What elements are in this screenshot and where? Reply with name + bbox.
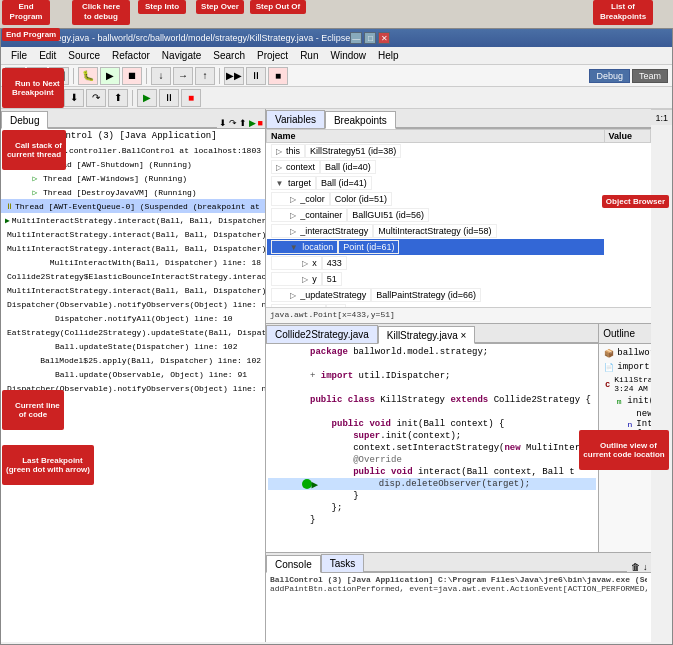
debug-button[interactable]: 🐛	[78, 67, 98, 85]
frame-12[interactable]: Ball.update(Observable, Object) line: 91	[1, 367, 265, 381]
step-over-btn-2[interactable]: ↷	[86, 89, 106, 107]
step-return-btn[interactable]: ⬆	[108, 89, 128, 107]
minimize-button[interactable]: —	[350, 32, 362, 44]
frame-3[interactable]: MultiInteractStrategy.interact(Ball, Bal…	[1, 241, 265, 255]
code-line-2	[268, 358, 596, 370]
toolbar-separator-1	[73, 68, 74, 84]
frame-label-8: Dispatcher.notifyAll(Object) line: 10	[55, 314, 233, 323]
frame-label-11: BallModel$25.apply(Ball, Dispatcher) lin…	[40, 356, 261, 365]
outline-tab-label[interactable]: Outline	[603, 328, 635, 339]
var-row-y[interactable]: ▷ y 51	[267, 271, 605, 287]
frame-1[interactable]: ▶ MultiInteractStrategy.interact(Ball, B…	[1, 213, 265, 227]
var-row-this[interactable]: ▷ this KillStrategy51 (id=38)	[267, 143, 605, 159]
tab-killstrategy[interactable]: KillStrategy.java ×	[378, 326, 476, 344]
code-line-9: context.setInteractStrategy(new MultiInt…	[268, 442, 596, 454]
debug-toolbar-icon-4[interactable]: ▶	[249, 118, 256, 128]
console-line-1: addPaintBtn.actionPerformed, event=java.…	[270, 584, 647, 593]
menu-file[interactable]: File	[5, 47, 33, 64]
menu-help[interactable]: Help	[372, 47, 405, 64]
debug-toolbar-icon-2[interactable]: ↷	[229, 118, 237, 128]
frame-label-3: MultiInteractStrategy.interact(Ball, Bal…	[7, 244, 265, 253]
expand-x: ▷	[300, 259, 308, 268]
thread-label-2: Thread [AWT-Windows] (Running)	[43, 174, 187, 183]
stop-button[interactable]: ⏹	[122, 67, 142, 85]
resume-button[interactable]: ▶▶	[224, 67, 244, 85]
suspend-button[interactable]: ⏸	[246, 67, 266, 85]
code-line-8: super.init(context);	[268, 430, 596, 442]
frame-6[interactable]: MultiInteractStrategy.interact(Ball, Bal…	[1, 283, 265, 297]
toolbar-separator-2	[146, 68, 147, 84]
var-row-container[interactable]: ▷ _container BallGUI51 (id=56)	[267, 207, 605, 223]
suspend-btn-2[interactable]: ⏸	[159, 89, 179, 107]
debug-toolbar-icon-3[interactable]: ⬆	[239, 118, 247, 128]
outline-class[interactable]: C KillStrategy #3 9/27/10 3:24 AM swong	[601, 374, 651, 394]
frame-4[interactable]: MultiInteractWith(Ball, Dispatcher) line…	[1, 255, 265, 269]
menu-navigate[interactable]: Navigate	[156, 47, 207, 64]
var-row-color[interactable]: ▷ _color Color (id=51)	[267, 191, 605, 207]
perspective-debug-btn[interactable]: Debug	[589, 69, 630, 83]
tab-variables[interactable]: Variables	[266, 110, 325, 128]
var-row-context[interactable]: ▷ context Ball (id=40)	[267, 159, 605, 175]
run-button[interactable]: ▶	[100, 67, 120, 85]
tab-console[interactable]: Console	[266, 555, 321, 573]
step-into-btn-2[interactable]: ⬇	[64, 89, 84, 107]
close-button[interactable]: ✕	[378, 32, 390, 44]
resume-btn-2[interactable]: ▶	[137, 89, 157, 107]
frame-icon-12	[41, 368, 53, 380]
menu-window[interactable]: Window	[324, 47, 372, 64]
frame-5[interactable]: Collide2Strategy$ElasticBounceInteractSt…	[1, 269, 265, 283]
frame-2[interactable]: MultiInteractStrategy.interact(Ball, Bal…	[1, 227, 265, 241]
frame-9[interactable]: EatStrategy(Collide2Strategy).updateStat…	[1, 325, 265, 339]
menu-search[interactable]: Search	[207, 47, 251, 64]
code-editor[interactable]: package ballworld.model.strategy;	[266, 344, 598, 552]
imports-icon: 📄	[603, 361, 615, 373]
frame-8[interactable]: Dispatcher.notifyAll(Object) line: 10	[1, 311, 265, 325]
code-line-15: }	[268, 514, 596, 526]
maximize-button[interactable]: □	[364, 32, 376, 44]
frame-label-6: MultiInteractStrategy.interact(Ball, Bal…	[7, 286, 265, 295]
terminate-btn-2[interactable]: ■	[181, 89, 201, 107]
expand-color: ▷	[288, 195, 296, 204]
menu-run[interactable]: Run	[294, 47, 324, 64]
tab-breakpoints[interactable]: Breakpoints	[325, 111, 396, 129]
var-row-target[interactable]: ▼ target Ball (id=41)	[267, 175, 605, 191]
expand-location: ▼	[288, 243, 298, 252]
outline-imports[interactable]: 📄 import declarations	[601, 360, 651, 374]
var-row-x[interactable]: ▷ x 433	[267, 255, 605, 271]
frame-7[interactable]: Dispatcher(Observable).notifyObservers(O…	[1, 297, 265, 311]
frame-label-2: MultiInteractStrategy.interact(Ball, Bal…	[7, 230, 265, 239]
tab-debug[interactable]: Debug	[1, 111, 48, 129]
var-row-update[interactable]: ▷ _updateStrategy BallPaintStrategy (id=…	[267, 287, 605, 303]
menu-project[interactable]: Project	[251, 47, 294, 64]
step-over-button[interactable]: →	[173, 67, 193, 85]
debug-toolbar-icon-1[interactable]: ⬇	[219, 118, 227, 128]
perspective-team-btn[interactable]: Team	[632, 69, 668, 83]
step-out-button[interactable]: ↑	[195, 67, 215, 85]
console-scroll-btn[interactable]: ↓	[643, 562, 648, 572]
running-icon-3: ▷	[29, 186, 41, 198]
debug-toolbar-icon-5[interactable]: ■	[258, 118, 263, 128]
menu-refactor[interactable]: Refactor	[106, 47, 156, 64]
class-icon: C	[603, 378, 612, 390]
var-row-location[interactable]: ▼ location Point (id=61)	[267, 239, 605, 255]
step-into-button[interactable]: ↓	[151, 67, 171, 85]
annotation-click-here: Click here to debug	[72, 0, 130, 25]
suspended-icon: ⏸	[5, 200, 13, 212]
menu-edit[interactable]: Edit	[33, 47, 62, 64]
outline-package[interactable]: 📦 ballworld.model.strategy	[601, 346, 651, 360]
thread-awt-windows[interactable]: ▷ Thread [AWT-Windows] (Running)	[1, 171, 265, 185]
ann-call-stack: Call stack of current thread	[2, 130, 66, 170]
frame-label-12: Ball.update(Observable, Object) line: 91	[55, 370, 247, 379]
thread-destroy[interactable]: ▷ Thread [DestroyJavaVM] (Running)	[1, 185, 265, 199]
expand-context: ▷	[276, 163, 282, 172]
var-row-interact[interactable]: ▷ _interactStrategy MultiInteractStrateg…	[267, 223, 605, 239]
thread-awt-eventqueue[interactable]: ⏸ Thread [AWT-EventQueue-0] (Suspended (…	[1, 199, 265, 213]
menu-source[interactable]: Source	[62, 47, 106, 64]
tab-tasks[interactable]: Tasks	[321, 554, 365, 572]
tab-collide2[interactable]: Collide2Strategy.java	[266, 325, 378, 343]
outline-init[interactable]: m init(Ball) : void	[601, 394, 651, 408]
frame-11[interactable]: BallModel$25.apply(Ball, Dispatcher) lin…	[1, 353, 265, 367]
console-clear-btn[interactable]: 🗑	[631, 562, 640, 572]
terminate-button[interactable]: ■	[268, 67, 288, 85]
frame-10[interactable]: Ball.updateState(Dispatcher) line: 102	[1, 339, 265, 353]
